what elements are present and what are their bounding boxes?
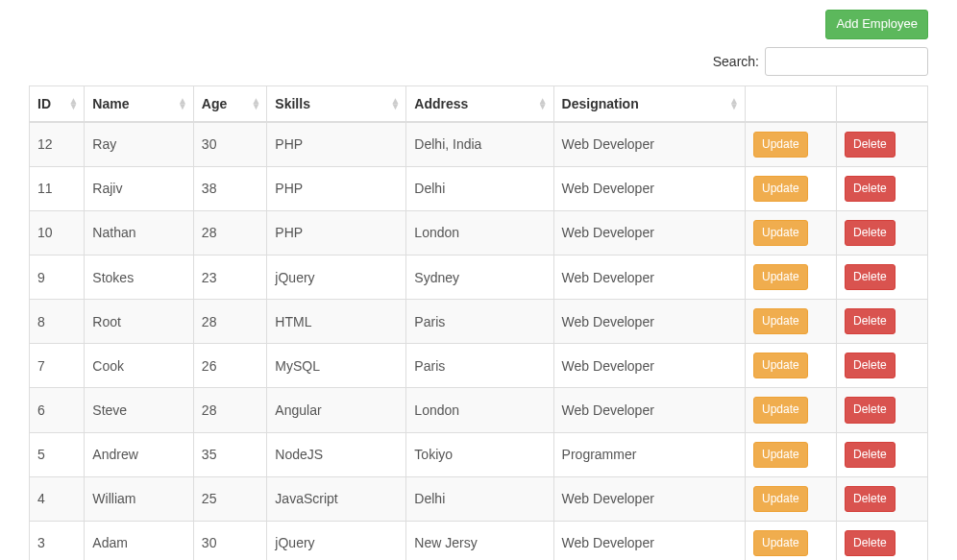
sort-icon: ▲▼ [68,98,78,110]
cell-age: 30 [193,521,267,560]
delete-button[interactable]: Delete [845,530,896,556]
delete-button[interactable]: Delete [845,132,896,158]
update-button[interactable]: Update [753,442,808,468]
cell-name: Adam [85,521,194,560]
cell-update: Update [746,300,837,344]
cell-address: Paris [406,344,553,388]
cell-skills: PHP [267,166,406,210]
cell-designation: Programmer [553,432,745,476]
cell-id: 6 [30,388,85,432]
update-button[interactable]: Update [753,530,808,556]
cell-designation: Web Developer [553,344,745,388]
search-label: Search: [713,54,759,69]
cell-age: 35 [193,432,267,476]
sort-icon: ▲▼ [538,98,548,110]
cell-id: 11 [30,166,85,210]
table-row: 11Rajiv38PHPDelhiWeb DeveloperUpdateDele… [30,166,928,210]
cell-delete: Delete [837,166,928,210]
delete-button[interactable]: Delete [845,220,896,246]
cell-update: Update [746,166,837,210]
cell-id: 8 [30,300,85,344]
table-row: 8Root28HTMLParisWeb DeveloperUpdateDelet… [30,300,928,344]
table-row: 7Cook26MySQLParisWeb DeveloperUpdateDele… [30,344,928,388]
cell-delete: Delete [837,476,928,521]
cell-address: Delhi [406,476,553,521]
cell-update: Update [746,432,837,476]
cell-skills: jQuery [267,255,406,299]
delete-button[interactable]: Delete [845,264,896,290]
cell-id: 10 [30,210,85,255]
cell-name: Nathan [85,210,194,255]
column-header-address[interactable]: Address▲▼ [406,85,553,122]
cell-name: Steve [85,388,194,432]
cell-age: 28 [193,210,267,255]
delete-button[interactable]: Delete [845,397,896,423]
update-button[interactable]: Update [753,220,808,246]
cell-designation: Web Developer [553,388,745,432]
update-button[interactable]: Update [753,308,808,334]
column-header-age[interactable]: Age▲▼ [193,85,267,122]
column-header-designation[interactable]: Designation▲▼ [553,85,745,122]
cell-update: Update [746,344,837,388]
update-button[interactable]: Update [753,397,808,423]
cell-id: 3 [30,521,85,560]
cell-id: 12 [30,122,85,167]
cell-id: 9 [30,255,85,299]
cell-designation: Web Developer [553,255,745,299]
table-row: 12Ray30PHPDelhi, IndiaWeb DeveloperUpdat… [30,122,928,167]
cell-update: Update [746,255,837,299]
cell-delete: Delete [837,521,928,560]
cell-address: Sydney [406,255,553,299]
cell-skills: MySQL [267,344,406,388]
delete-button[interactable]: Delete [845,442,896,468]
sort-icon: ▲▼ [251,98,260,110]
delete-button[interactable]: Delete [845,353,896,378]
table-row: 9Stokes23jQuerySydneyWeb DeveloperUpdate… [30,255,928,299]
delete-button[interactable]: Delete [845,176,896,202]
update-button[interactable]: Update [753,486,808,512]
cell-delete: Delete [837,432,928,476]
table-row: 6Steve28AngularLondonWeb DeveloperUpdate… [30,388,928,432]
delete-button[interactable]: Delete [845,308,896,334]
add-employee-button[interactable]: Add Employee [825,10,928,39]
cell-designation: Web Developer [553,166,745,210]
cell-delete: Delete [837,122,928,167]
table-row: 10Nathan28PHPLondonWeb DeveloperUpdateDe… [30,210,928,255]
column-header-id[interactable]: ID▲▼ [30,85,85,122]
cell-age: 38 [193,166,267,210]
cell-designation: Web Developer [553,122,745,167]
search-input[interactable] [765,47,928,76]
column-header-label: Skills [275,96,310,111]
cell-designation: Web Developer [553,210,745,255]
cell-update: Update [746,210,837,255]
column-header-skills[interactable]: Skills▲▼ [267,85,406,122]
cell-name: Stokes [85,255,194,299]
cell-name: Rajiv [85,166,194,210]
cell-address: Paris [406,300,553,344]
column-header-label: ID [37,96,51,111]
cell-name: Cook [85,344,194,388]
delete-button[interactable]: Delete [845,486,896,512]
cell-delete: Delete [837,210,928,255]
cell-address: London [406,210,553,255]
cell-id: 7 [30,344,85,388]
cell-address: Tokiyo [406,432,553,476]
sort-icon: ▲▼ [729,98,739,110]
cell-update: Update [746,476,837,521]
cell-delete: Delete [837,388,928,432]
cell-age: 25 [193,476,267,521]
sort-icon: ▲▼ [178,98,187,110]
update-button[interactable]: Update [753,132,808,158]
cell-age: 30 [193,122,267,167]
cell-address: London [406,388,553,432]
column-header-delete [837,85,928,122]
cell-address: New Jersy [406,521,553,560]
cell-skills: Angular [267,388,406,432]
table-row: 5Andrew35NodeJSTokiyoProgrammerUpdateDel… [30,432,928,476]
employee-table: ID▲▼Name▲▼Age▲▼Skills▲▼Address▲▼Designat… [29,85,928,560]
update-button[interactable]: Update [753,353,808,378]
update-button[interactable]: Update [753,176,808,202]
column-header-name[interactable]: Name▲▼ [85,85,194,122]
cell-age: 28 [193,300,267,344]
update-button[interactable]: Update [753,264,808,290]
